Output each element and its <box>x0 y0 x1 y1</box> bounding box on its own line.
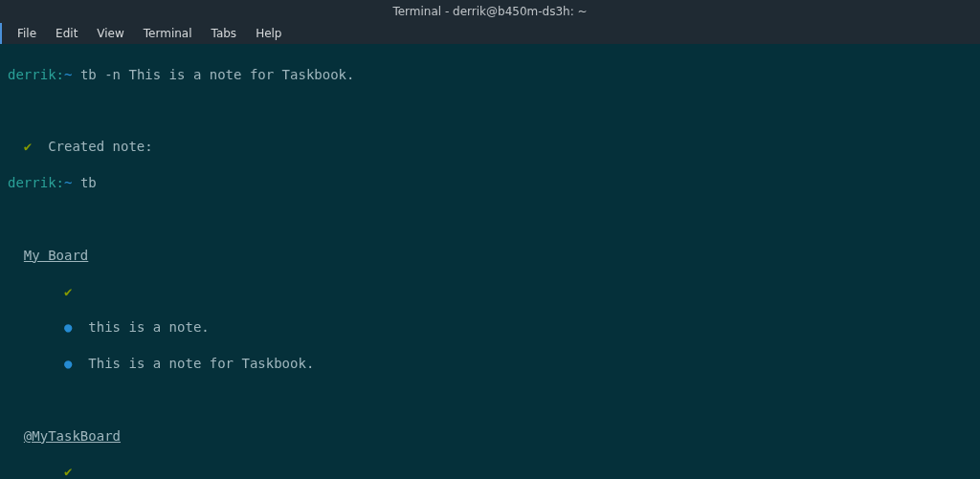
prompt-path: ~ <box>64 67 72 82</box>
command-line-2: tb <box>80 175 97 190</box>
note-item-1: this is a note. <box>88 319 209 335</box>
command-line-1: tb -n This is a note for Taskbook. <box>80 67 355 82</box>
board-title-2: @MyTaskBoard <box>24 428 121 444</box>
menu-file[interactable]: File <box>8 24 46 43</box>
board-title-1: My Board <box>24 248 88 263</box>
prompt-path: ~ <box>64 175 72 190</box>
menu-help[interactable]: Help <box>246 24 291 43</box>
check-icon: ✔ <box>64 464 72 479</box>
created-note-label: Created note: <box>48 139 153 154</box>
prompt: derrik: <box>8 175 64 190</box>
menubar: File Edit View Terminal Tabs Help <box>0 23 980 44</box>
menu-terminal[interactable]: Terminal <box>134 24 202 43</box>
menu-edit[interactable]: Edit <box>46 24 87 43</box>
menu-tabs[interactable]: Tabs <box>202 24 247 43</box>
bullet-icon: ● <box>64 356 72 371</box>
note-item-2: This is a note for Taskbook. <box>88 356 314 371</box>
window-titlebar: Terminal - derrik@b450m-ds3h: ~ <box>0 0 980 23</box>
check-icon: ✔ <box>24 139 32 154</box>
check-icon: ✔ <box>64 284 72 299</box>
window-title: Terminal - derrik@b450m-ds3h: ~ <box>392 5 587 18</box>
terminal-output[interactable]: derrik:~ tb -n This is a note for Taskbo… <box>0 44 980 479</box>
prompt: derrik: <box>8 67 64 82</box>
menu-view[interactable]: View <box>87 24 133 43</box>
bullet-icon: ● <box>64 319 72 335</box>
